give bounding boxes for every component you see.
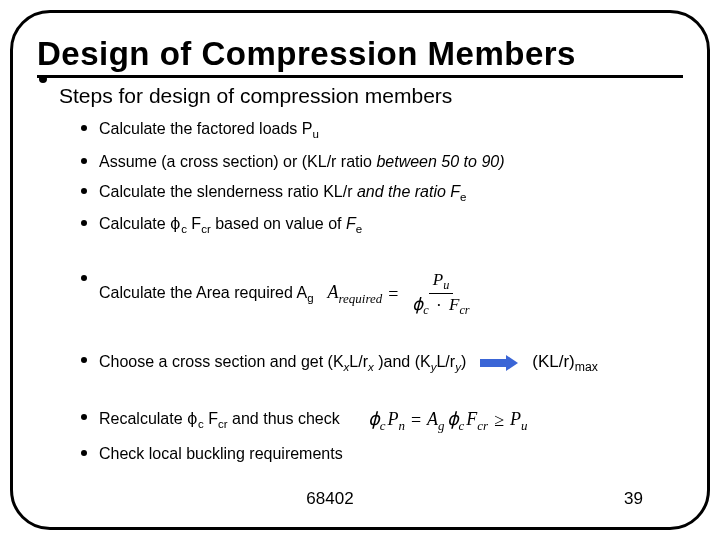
section-heading: Steps for design of compression members — [59, 84, 683, 108]
step-text: Calculate the slenderness ratio KL/r and… — [99, 182, 467, 205]
step-text: Recalculate ϕc Fcr and thus check — [99, 409, 340, 432]
slide-title: Design of Compression Members — [37, 35, 683, 73]
page-number: 39 — [624, 489, 643, 509]
bullet-icon — [39, 75, 47, 83]
list-item: Calculate the slenderness ratio KL/r and… — [81, 177, 683, 210]
klr-max-label: (KL/r)max — [532, 351, 598, 376]
step-text: Calculate ϕc Fcr based on value of Fe — [99, 214, 362, 237]
step-text: Check local buckling requirements — [99, 444, 343, 464]
steps-list: Calculate the factored loads Pu Assume (… — [81, 114, 683, 469]
list-item: Calculate the factored loads Pu — [81, 114, 683, 147]
list-item: Recalculate ϕc Fcr and thus check ϕc Pn … — [81, 403, 683, 439]
step-text: Assume (a cross section) or (KL/r ratio … — [99, 152, 505, 172]
list-item: Check local buckling requirements — [81, 439, 683, 469]
list-item: Assume (a cross section) or (KL/r ratio … — [81, 147, 683, 177]
list-item: Choose a cross section and get (KxL/rx )… — [81, 346, 683, 381]
step-text: Calculate the factored loads Pu — [99, 119, 319, 142]
title-underline — [37, 75, 683, 78]
equation-area-required: Arequired = Pu ϕc · Fcr — [328, 269, 478, 319]
list-item: Calculate ϕc Fcr based on value of Fe — [81, 209, 683, 242]
slide-footer: 68402 39 — [13, 489, 707, 509]
list-item: Calculate the Area required Ag Arequired… — [81, 264, 683, 324]
step-text: Choose a cross section and get (KxL/rx )… — [99, 352, 466, 375]
slide-frame: Design of Compression Members Steps for … — [10, 10, 710, 530]
step-text: Calculate the Area required Ag — [99, 283, 314, 306]
arrow-right-icon — [480, 356, 518, 370]
course-id: 68402 — [306, 489, 353, 509]
equation-check: ϕc Pn = Ag ϕc Fcr ≥ Pu — [368, 408, 528, 434]
